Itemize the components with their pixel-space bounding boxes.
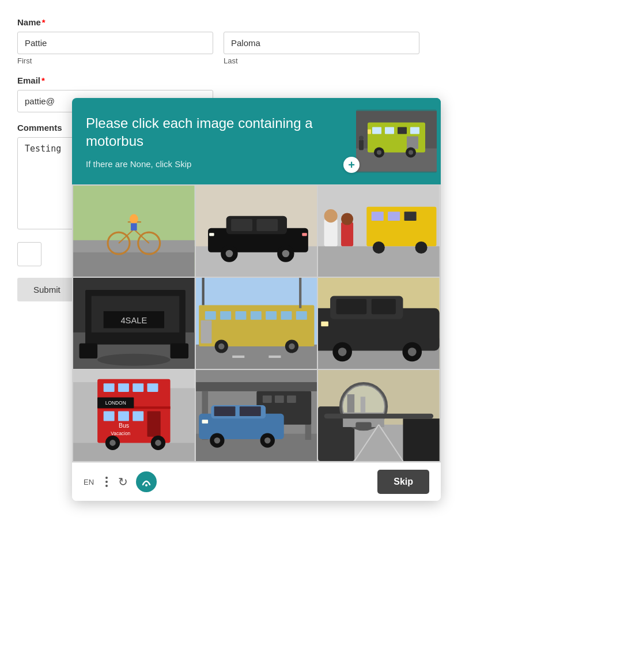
grid-cell-4[interactable]: 4SALE xyxy=(73,278,195,369)
svg-rect-31 xyxy=(256,219,278,231)
svg-point-45 xyxy=(415,241,428,254)
svg-rect-83 xyxy=(372,299,396,314)
svg-rect-41 xyxy=(372,212,384,221)
svg-rect-94 xyxy=(104,383,115,392)
name-label: Name* xyxy=(17,17,421,27)
grid-cell-2[interactable] xyxy=(196,186,317,277)
svg-rect-123 xyxy=(239,406,260,416)
svg-rect-88 xyxy=(322,322,329,326)
last-label: Last xyxy=(224,56,419,65)
svg-rect-12 xyxy=(368,130,371,134)
captcha-sub-instruction: If there are None, click Skip xyxy=(86,159,338,169)
captcha-header: Please click each image containing a mot… xyxy=(72,98,441,184)
svg-rect-64 xyxy=(235,311,246,320)
submit-button[interactable]: Submit xyxy=(17,278,77,301)
last-name-input[interactable] xyxy=(224,32,419,54)
svg-point-44 xyxy=(373,241,385,254)
svg-point-49 xyxy=(341,213,353,225)
grid-cell-5[interactable] xyxy=(196,278,317,369)
svg-point-35 xyxy=(282,250,289,258)
svg-rect-67 xyxy=(281,311,292,320)
svg-rect-139 xyxy=(324,414,434,418)
svg-point-33 xyxy=(225,250,233,258)
svg-rect-75 xyxy=(268,356,281,358)
svg-rect-25 xyxy=(131,223,137,231)
svg-rect-140 xyxy=(356,422,372,429)
svg-rect-4 xyxy=(385,127,394,134)
svg-rect-96 xyxy=(133,383,143,392)
svg-point-143 xyxy=(145,484,147,486)
grid-cell-3[interactable] xyxy=(318,186,440,277)
svg-rect-62 xyxy=(205,311,215,320)
more-options-icon[interactable] xyxy=(103,475,110,488)
svg-rect-3 xyxy=(372,127,381,134)
svg-point-85 xyxy=(338,348,347,356)
svg-point-104 xyxy=(109,440,116,446)
svg-rect-128 xyxy=(202,420,208,423)
svg-rect-118 xyxy=(275,395,284,403)
grid-cell-9[interactable] xyxy=(318,370,440,461)
svg-rect-113 xyxy=(196,382,317,391)
svg-rect-42 xyxy=(388,212,400,221)
svg-rect-6 xyxy=(410,127,419,134)
captcha-sample-image: + xyxy=(351,98,441,184)
svg-text:Vacacion: Vacacion xyxy=(111,431,130,436)
svg-point-73 xyxy=(289,343,295,350)
first-label: First xyxy=(17,56,213,65)
grid-cell-7[interactable]: Bus Vacacion LONDON xyxy=(73,370,195,461)
svg-rect-90 xyxy=(73,440,195,461)
svg-point-125 xyxy=(214,437,220,444)
svg-point-9 xyxy=(377,150,381,155)
svg-rect-46 xyxy=(324,219,338,246)
svg-point-47 xyxy=(324,209,338,222)
svg-point-71 xyxy=(218,343,225,350)
captcha-image-grid: 4SALE xyxy=(72,184,441,462)
svg-rect-101 xyxy=(133,411,143,421)
svg-rect-65 xyxy=(250,311,261,320)
grid-cell-1[interactable] xyxy=(73,186,195,277)
svg-point-127 xyxy=(264,437,271,444)
svg-point-58 xyxy=(97,354,170,366)
svg-rect-119 xyxy=(287,395,296,403)
svg-rect-60 xyxy=(196,345,317,369)
svg-rect-37 xyxy=(302,233,307,236)
svg-rect-69 xyxy=(201,320,211,343)
skip-button[interactable]: Skip xyxy=(377,470,429,494)
first-name-input[interactable] xyxy=(17,32,213,54)
svg-rect-138 xyxy=(361,397,365,412)
svg-rect-36 xyxy=(209,233,214,236)
svg-rect-74 xyxy=(232,356,244,358)
svg-text:LONDON: LONDON xyxy=(105,400,126,406)
svg-rect-137 xyxy=(347,394,355,413)
email-label: Email* xyxy=(17,75,421,85)
svg-rect-100 xyxy=(118,411,129,421)
svg-rect-82 xyxy=(336,299,367,314)
svg-rect-7 xyxy=(407,137,418,149)
svg-point-87 xyxy=(408,348,417,356)
grid-cell-8[interactable] xyxy=(196,370,317,461)
captcha-footer: EN ↻ Skip xyxy=(72,462,441,501)
captcha-brand-icon xyxy=(136,471,157,492)
refresh-icon[interactable]: ↻ xyxy=(118,475,128,489)
svg-rect-97 xyxy=(147,383,158,392)
svg-rect-132 xyxy=(403,418,440,461)
svg-rect-99 xyxy=(104,411,115,421)
svg-rect-117 xyxy=(263,395,272,403)
svg-rect-66 xyxy=(266,311,277,320)
svg-rect-77 xyxy=(202,278,204,305)
svg-rect-56 xyxy=(80,343,98,358)
svg-rect-63 xyxy=(220,311,231,320)
svg-point-14 xyxy=(359,136,364,141)
svg-rect-57 xyxy=(171,343,189,358)
svg-rect-13 xyxy=(359,140,364,150)
svg-rect-122 xyxy=(214,406,235,416)
grid-cell-6[interactable] xyxy=(318,278,440,369)
svg-rect-68 xyxy=(296,311,307,320)
svg-text:4SALE: 4SALE xyxy=(120,316,147,325)
svg-point-11 xyxy=(409,150,413,155)
svg-rect-5 xyxy=(398,127,407,134)
svg-point-24 xyxy=(130,214,138,224)
svg-rect-48 xyxy=(341,222,353,246)
checkbox[interactable] xyxy=(17,242,41,266)
language-label: EN xyxy=(84,478,94,486)
